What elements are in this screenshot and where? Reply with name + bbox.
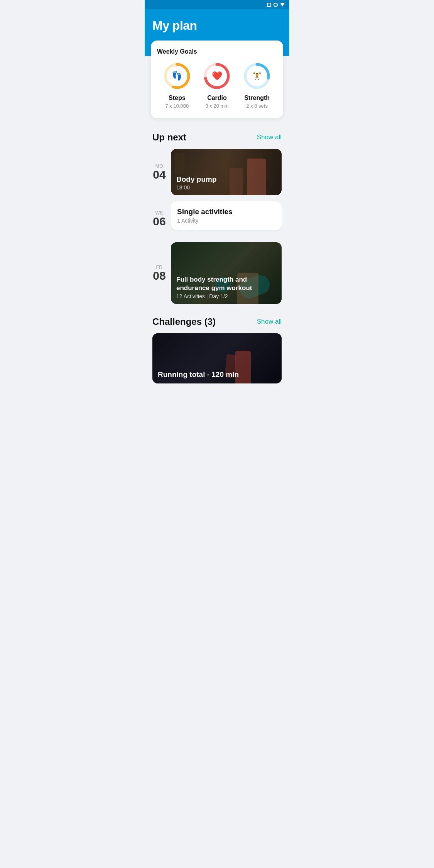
full-body-title: Full body strength and endurance gym wor… xyxy=(176,275,261,292)
activity-date-fr08: FR 08 xyxy=(152,265,166,282)
challenges-section: Challenges (3) Show all Running total - … xyxy=(145,313,289,390)
challenges-show-all-button[interactable]: Show all xyxy=(257,318,282,326)
challenges-title: Challenges (3) xyxy=(152,316,216,327)
up-next-header: Up next Show all xyxy=(152,132,282,143)
single-activities-card: Single activities 1 Activity xyxy=(171,201,282,230)
body-pump-image: Body pump 18:00 xyxy=(171,149,282,195)
activity-date-mo04: MO 04 xyxy=(152,164,166,181)
body-pump-subtitle: 18:00 xyxy=(176,184,217,191)
goal-strength-circle: 🏋 xyxy=(242,61,272,91)
status-bar xyxy=(145,0,289,9)
full-body-text: Full body strength and endurance gym wor… xyxy=(176,275,261,299)
steps-label: Steps xyxy=(169,95,186,101)
single-activities-title: Single activities xyxy=(177,208,275,216)
cardio-label: Cardio xyxy=(207,95,227,101)
goal-cardio[interactable]: ❤️ Cardio 3 x 20 min xyxy=(202,61,231,109)
up-next-section: Up next Show all MO 04 Body pump 18:00 xyxy=(145,126,289,313)
goal-steps-circle: 👣 xyxy=(162,61,192,91)
activity-card-body-pump[interactable]: Body pump 18:00 xyxy=(171,149,282,195)
up-next-title: Up next xyxy=(152,132,186,143)
activity-row-single: WE 06 Single activities 1 Activity xyxy=(152,201,282,236)
full-body-image: Full body strength and endurance gym wor… xyxy=(171,242,282,304)
cardio-icon: ❤️ xyxy=(212,71,222,81)
running-challenge-title: Running total - 120 min xyxy=(158,370,239,379)
goal-strength[interactable]: 🏋 Strength 2 x 8 sets xyxy=(242,61,272,109)
activity-card-single[interactable]: Single activities 1 Activity xyxy=(171,201,282,236)
challenges-header: Challenges (3) Show all xyxy=(152,316,282,327)
day-num-04: 04 xyxy=(153,169,165,181)
status-icon-circle xyxy=(274,3,278,7)
page-title: My plan xyxy=(152,19,282,33)
activity-date-we06: WE 06 xyxy=(152,210,166,227)
activity-card-full-body[interactable]: Full body strength and endurance gym wor… xyxy=(171,242,282,304)
body-pump-title: Body pump xyxy=(176,175,217,184)
activity-row-full-body: FR 08 Full body strength and endurance g… xyxy=(152,242,282,304)
goals-row: 👣 Steps 7 x 10,000 ❤️ Cardio 3 x 20 min xyxy=(157,61,277,109)
goal-steps[interactable]: 👣 Steps 7 x 10,000 xyxy=(162,61,192,109)
body-pump-text: Body pump 18:00 xyxy=(176,175,217,191)
strength-icon: 🏋 xyxy=(253,72,261,80)
up-next-show-all-button[interactable]: Show all xyxy=(257,133,282,141)
full-body-subtitle: 12 Activities | Day 1/2 xyxy=(176,293,261,299)
activity-row-body-pump: MO 04 Body pump 18:00 xyxy=(152,149,282,195)
status-icon-square xyxy=(267,3,271,7)
strength-label: Strength xyxy=(244,95,270,101)
single-activities-subtitle: 1 Activity xyxy=(177,218,275,224)
strength-sublabel: 2 x 8 sets xyxy=(246,103,268,109)
running-challenge-text: Running total - 120 min xyxy=(158,370,239,379)
status-icon-triangle xyxy=(280,3,285,7)
weekly-goals-title: Weekly Goals xyxy=(157,48,277,55)
day-num-06: 06 xyxy=(153,216,165,227)
day-num-08: 08 xyxy=(153,270,165,282)
weekly-goals-card: Weekly Goals 👣 Steps 7 x 10,000 ❤️ xyxy=(151,41,283,118)
challenge-card-running[interactable]: Running total - 120 min xyxy=(152,333,282,383)
goal-cardio-circle: ❤️ xyxy=(202,61,231,91)
cardio-sublabel: 3 x 20 min xyxy=(205,103,228,109)
steps-sublabel: 7 x 10,000 xyxy=(165,103,189,109)
steps-icon: 👣 xyxy=(172,71,182,81)
